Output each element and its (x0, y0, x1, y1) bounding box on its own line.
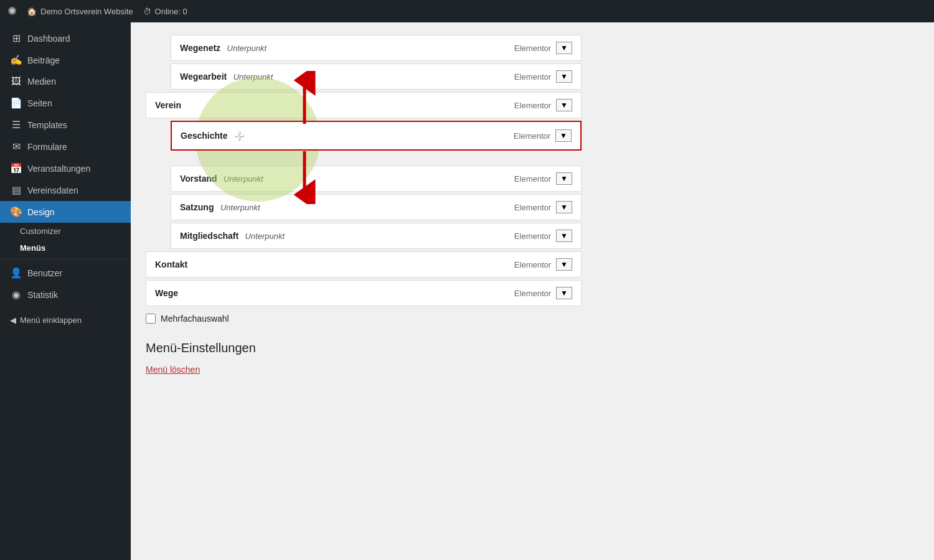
formulare-icon: ✉ (10, 141, 22, 152)
menu-item-title-area: Wegearbeit Unterpunkt (180, 71, 273, 82)
sidebar-item-benutzer[interactable]: 👤 Benutzer (0, 262, 131, 284)
menu-item-tag: Elementor (514, 131, 550, 141)
menu-settings-heading: Menü-Einstellungen (146, 341, 582, 355)
design-icon: 🎨 (10, 206, 22, 218)
drag-handle-icon[interactable]: ✛ (234, 128, 244, 143)
sidebar-item-dashboard[interactable]: ⊞ Dashboard (0, 27, 131, 49)
menu-item-title-area: Wege (155, 287, 178, 299)
menu-item-dropdown[interactable]: ▼ (556, 172, 572, 185)
collapse-icon: ◀ (10, 315, 16, 325)
site-link[interactable]: 🏠 Demo Ortsverein Website (27, 7, 133, 16)
wp-logo[interactable]: ✺ (7, 4, 17, 18)
menu-item-right: Elementor ▼ (514, 129, 572, 142)
delete-menu-link[interactable]: Menü löschen (146, 365, 200, 375)
sidebar-item-templates[interactable]: ☰ Templates (0, 114, 131, 136)
sidebar-item-label: Benutzer (27, 268, 62, 278)
menu-container: Wegenetz Unterpunkt Elementor ▼ Wegearbe… (146, 35, 582, 375)
topbar: ✺ 🏠 Demo Ortsverein Website ⏱ Online: 0 (0, 0, 934, 22)
menu-item-wegenetz[interactable]: Wegenetz Unterpunkt Elementor ▼ (171, 35, 582, 61)
templates-icon: ☰ (10, 119, 22, 131)
collapse-menu-button[interactable]: ◀ Menü einklappen (0, 310, 131, 330)
collapse-label: Menü einklappen (20, 315, 82, 325)
menu-item-title-area: Mitgliedschaft Unterpunkt (180, 230, 285, 241)
menu-item-title: Verein (155, 100, 181, 110)
menu-item-kontakt[interactable]: Kontakt Elementor ▼ (146, 251, 582, 278)
menu-item-title-area: Wegenetz Unterpunkt (180, 42, 267, 54)
mehrfachauswahl-checkbox[interactable] (146, 314, 156, 324)
menu-item-tag: Elementor (514, 101, 551, 110)
customizer-label: Customizer (20, 226, 61, 236)
online-status: ⏱ Online: 0 (143, 7, 187, 16)
sidebar-item-seiten[interactable]: 📄 Seiten (0, 92, 131, 114)
menu-item-verein[interactable]: Verein Elementor ▼ (146, 92, 582, 118)
sidebar-item-label: Vereinsdaten (27, 185, 78, 195)
menu-item-dropdown[interactable]: ▼ (556, 287, 572, 299)
menu-item-right: Elementor ▼ (514, 70, 572, 83)
sidebar: ⊞ Dashboard ✍ Beiträge 🖼 Medien 📄 Seiten… (0, 22, 131, 560)
sidebar-item-label: Veranstaltungen (27, 164, 90, 174)
menu-item-tag: Elementor (514, 289, 551, 298)
sidebar-item-label: Design (27, 207, 55, 217)
menu-item-subtitle: Unterpunkt (220, 203, 260, 212)
sidebar-item-medien[interactable]: 🖼 Medien (0, 71, 131, 92)
menu-item-title: Wegearbeit (180, 72, 227, 82)
menu-item-subtitle: Unterpunkt (227, 44, 267, 53)
menu-item-subtitle: Unterpunkt (234, 72, 273, 82)
menu-item-tag: Elementor (514, 203, 551, 212)
vereinsdaten-icon: ▤ (10, 184, 22, 196)
veranstaltungen-icon: 📅 (10, 162, 22, 174)
sidebar-item-design[interactable]: 🎨 Design (0, 201, 131, 223)
menu-item-title: Mitgliedschaft (180, 231, 238, 241)
menu-item-title-area: Verein (155, 100, 181, 111)
sidebar-item-veranstaltungen[interactable]: 📅 Veranstaltungen (0, 157, 131, 179)
site-name: Demo Ortsverein Website (40, 7, 133, 16)
sidebar-item-label: Statistik (27, 290, 58, 300)
sidebar-subitem-menues[interactable]: Menüs (0, 240, 131, 256)
mehrfachauswahl-label: Mehrfachauswahl (161, 314, 229, 324)
arrow-spacer (146, 153, 582, 166)
menu-item-right: Elementor ▼ (514, 258, 572, 271)
sidebar-item-formulare[interactable]: ✉ Formulare (0, 136, 131, 157)
menu-item-dropdown[interactable]: ▼ (556, 258, 572, 271)
menu-item-geschichte[interactable]: Geschichte ✛ Elementor ▼ (171, 121, 582, 151)
menu-item-dropdown[interactable]: ▼ (556, 42, 572, 54)
menu-item-dropdown[interactable]: ▼ (556, 99, 572, 111)
menu-item-title: Wege (155, 288, 178, 298)
sidebar-item-statistik[interactable]: ◉ Statistik (0, 284, 131, 306)
menu-item-title-area: Satzung Unterpunkt (180, 202, 260, 213)
menues-label: Menüs (20, 243, 45, 253)
menu-item-tag: Elementor (514, 260, 551, 269)
menu-item-dropdown[interactable]: ▼ (555, 129, 572, 142)
menu-item-title-area: Geschichte ✛ (181, 128, 244, 143)
geschichte-container: Geschichte ✛ Elementor ▼ (146, 121, 582, 151)
menu-item-subtitle: Unterpunkt (224, 174, 263, 184)
sidebar-item-beitraege[interactable]: ✍ Beiträge (0, 49, 131, 71)
menu-item-right: Elementor ▼ (514, 42, 572, 54)
menu-item-tag: Elementor (514, 72, 551, 82)
mehrfachauswahl-row: Mehrfachauswahl (146, 314, 582, 324)
sidebar-item-vereinsdaten[interactable]: ▤ Vereinsdaten (0, 179, 131, 201)
menu-item-title-area: Vorstand Unterpunkt (180, 173, 263, 184)
menu-item-mitgliedschaft[interactable]: Mitgliedschaft Unterpunkt Elementor ▼ (171, 223, 582, 249)
menu-item-vorstand[interactable]: Vorstand Unterpunkt Elementor ▼ (171, 166, 582, 192)
sidebar-item-label: Formulare (27, 142, 67, 152)
main-content: Wegenetz Unterpunkt Elementor ▼ Wegearbe… (131, 22, 934, 560)
menu-item-right: Elementor ▼ (514, 230, 572, 242)
dashboard-icon: ⊞ (10, 32, 22, 44)
sidebar-subitem-customizer[interactable]: Customizer (0, 223, 131, 240)
menu-item-dropdown[interactable]: ▼ (556, 70, 572, 83)
online-label: Online: 0 (155, 7, 187, 16)
menu-item-right: Elementor ▼ (514, 99, 572, 111)
menu-item-satzung[interactable]: Satzung Unterpunkt Elementor ▼ (171, 194, 582, 220)
site-icon: 🏠 (27, 7, 37, 16)
menu-item-dropdown[interactable]: ▼ (556, 230, 572, 242)
menu-item-right: Elementor ▼ (514, 172, 572, 185)
menu-item-wegearbeit[interactable]: Wegearbeit Unterpunkt Elementor ▼ (171, 63, 582, 90)
sidebar-item-label: Seiten (27, 98, 52, 108)
sidebar-item-label: Medien (27, 77, 56, 86)
menu-item-wege[interactable]: Wege Elementor ▼ (146, 280, 582, 306)
sidebar-item-label: Dashboard (27, 34, 70, 44)
benutzer-icon: 👤 (10, 267, 22, 279)
medien-icon: 🖼 (10, 76, 22, 87)
menu-item-dropdown[interactable]: ▼ (556, 201, 572, 213)
